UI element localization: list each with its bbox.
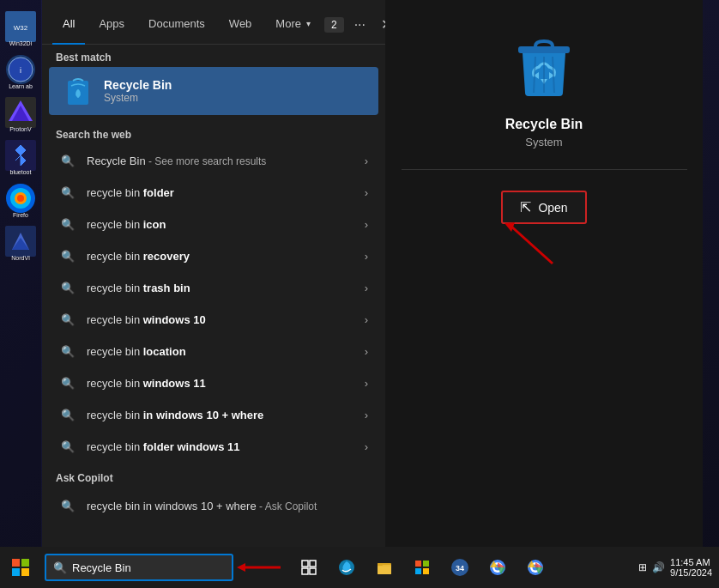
detail-divider — [402, 169, 687, 170]
sidebar-app-nordvpn[interactable]: NordVl — [3, 223, 39, 259]
result-text-3: recycle bin recovery — [87, 250, 365, 263]
result-arrow-6: › — [365, 345, 368, 358]
search-icon-1: 🔍 — [59, 184, 76, 201]
svg-rect-32 — [423, 561, 429, 567]
taskbar-search-bar[interactable]: 🔍 Recycle Bin — [45, 554, 233, 581]
app-detail-name: Recycle Bin — [505, 117, 583, 132]
svg-rect-33 — [415, 568, 421, 574]
taskbar-app-icons: 34 — [292, 550, 553, 585]
task-view-icon[interactable] — [292, 550, 326, 585]
svg-rect-24 — [310, 561, 316, 567]
result-arrow-8: › — [365, 409, 368, 421]
result-text-7: recycle bin windows 11 — [87, 377, 365, 390]
result-item-6[interactable]: 🔍 recycle bin location › — [45, 336, 382, 367]
result-arrow-3: › — [365, 250, 368, 263]
left-sidebar: W32 Win32Di i Learn ab ProtonV — [0, 0, 41, 547]
taskbar-search-text: Recycle Bin — [72, 561, 131, 574]
result-badge: 2 — [324, 17, 344, 33]
start-button[interactable] — [0, 547, 41, 588]
search-icon-2: 🔍 — [59, 215, 76, 233]
search-panel: All Apps Documents Web More ▾ 2 ··· — [42, 0, 703, 547]
result-item-1[interactable]: 🔍 recycle bin folder › — [45, 177, 382, 208]
sidebar-app-label-6: NordVl — [2, 255, 39, 261]
svg-rect-23 — [302, 561, 308, 567]
tab-apps[interactable]: Apps — [88, 5, 135, 45]
taskbar-search-icon: 🔍 — [53, 561, 67, 574]
result-arrow-0: › — [365, 155, 368, 167]
result-item-9[interactable]: 🔍 recycle bin folder windows 11 › — [45, 431, 382, 462]
svg-text:W32: W32 — [14, 24, 28, 32]
svg-rect-29 — [378, 565, 391, 574]
best-match-subtitle: System — [104, 92, 172, 104]
sidebar-app-win32di[interactable]: W32 Win32Di — [3, 9, 39, 45]
store-icon[interactable] — [405, 550, 439, 585]
result-text-9: recycle bin folder windows 11 — [87, 440, 365, 453]
tab-web[interactable]: Web — [219, 5, 263, 45]
clock: 11:45 AM9/15/2024 — [670, 557, 712, 578]
mail-icon[interactable]: 34 — [443, 550, 477, 585]
search-icon-5: 🔍 — [59, 311, 76, 328]
result-arrow-1: › — [365, 186, 368, 199]
best-match-title: Recycle Bin — [104, 78, 172, 92]
sidebar-app-learnab[interactable]: i Learn ab — [3, 52, 39, 88]
sidebar-app-firefox[interactable]: Firefo — [3, 180, 39, 216]
copilot-search-icon: 🔍 — [59, 497, 76, 514]
svg-rect-15 — [518, 46, 570, 53]
result-text-1: recycle bin folder — [87, 186, 365, 199]
chevron-down-icon: ▾ — [306, 19, 311, 28]
sidebar-app-label-2: Learn ab — [2, 83, 39, 89]
sidebar-app-label: Win32Di — [2, 40, 39, 46]
result-arrow-7: › — [365, 377, 368, 390]
search-icon-0: 🔍 — [59, 152, 76, 169]
result-item-3[interactable]: 🔍 recycle bin recovery › — [45, 240, 382, 271]
search-right-panel: Recycle Bin System ⇱ Open — [385, 0, 703, 547]
search-icon-6: 🔍 — [59, 342, 76, 360]
search-left-panel: All Apps Documents Web More ▾ 2 ··· — [42, 0, 385, 547]
open-icon: ⇱ — [520, 199, 531, 215]
svg-rect-26 — [310, 568, 316, 574]
svg-rect-25 — [302, 568, 308, 574]
tab-documents[interactable]: Documents — [138, 5, 215, 45]
best-match-info: Recycle Bin System — [104, 78, 172, 104]
windows-logo-icon — [12, 559, 29, 576]
result-text-8: recycle bin in windows 10 + where — [87, 409, 365, 421]
taskbar: 🔍 Recycle Bin — [0, 547, 719, 588]
chrome-icon[interactable] — [480, 550, 515, 585]
file-explorer-icon[interactable] — [367, 550, 402, 585]
tab-all[interactable]: All — [52, 5, 85, 45]
result-item-4[interactable]: 🔍 recycle bin trash bin › — [45, 272, 382, 303]
result-arrow-4: › — [365, 282, 368, 294]
search-bar-arrow — [233, 555, 285, 580]
search-icon-9: 🔍 — [59, 438, 76, 455]
result-text-2: recycle bin icon — [87, 218, 365, 231]
result-arrow-9: › — [365, 440, 368, 453]
result-item-2[interactable]: 🔍 recycle bin icon › — [45, 209, 382, 239]
svg-text:i: i — [20, 66, 21, 75]
result-item-7[interactable]: 🔍 recycle bin windows 11 › — [45, 367, 382, 398]
svg-rect-30 — [378, 563, 383, 566]
best-match-label: Best match — [42, 45, 385, 67]
search-tabs: All Apps Documents Web More ▾ 2 ··· — [42, 0, 385, 45]
tab-more[interactable]: More ▾ — [265, 5, 321, 45]
best-match-item[interactable]: Recycle Bin System — [49, 67, 378, 115]
edge-browser-icon[interactable] — [329, 550, 364, 585]
svg-line-19 — [510, 225, 553, 264]
system-tray: ⊞ 🔊 11:45 AM9/15/2024 — [638, 557, 719, 578]
search-web-label: Search the web — [42, 122, 385, 144]
result-item-0[interactable]: 🔍 Recycle Bin - See more search results … — [45, 145, 382, 176]
copilot-item[interactable]: 🔍 recycle bin in windows 10 + where - As… — [45, 488, 382, 523]
result-text-4: recycle bin trash bin — [87, 282, 365, 294]
sidebar-app-bluetooth[interactable]: bluetoot — [3, 137, 39, 173]
ask-copilot-label: Ask Copilot — [42, 465, 385, 488]
sidebar-app-protonvpn[interactable]: ProtonV — [3, 94, 39, 130]
result-item-8[interactable]: 🔍 recycle bin in windows 10 + where › — [45, 399, 382, 430]
chrome-icon-2[interactable] — [518, 550, 553, 585]
network-icon: ⊞ — [638, 561, 647, 573]
more-options-button[interactable]: ··· — [354, 17, 366, 33]
open-button-container: ⇱ Open — [501, 191, 586, 224]
search-results-panel: Best match Recycle Bin System — [42, 45, 385, 547]
result-item-5[interactable]: 🔍 recycle bin windows 10 › — [45, 304, 382, 335]
sidebar-app-label-4: bluetoot — [2, 169, 39, 175]
svg-marker-22 — [237, 563, 245, 572]
search-icon-3: 🔍 — [59, 247, 76, 264]
